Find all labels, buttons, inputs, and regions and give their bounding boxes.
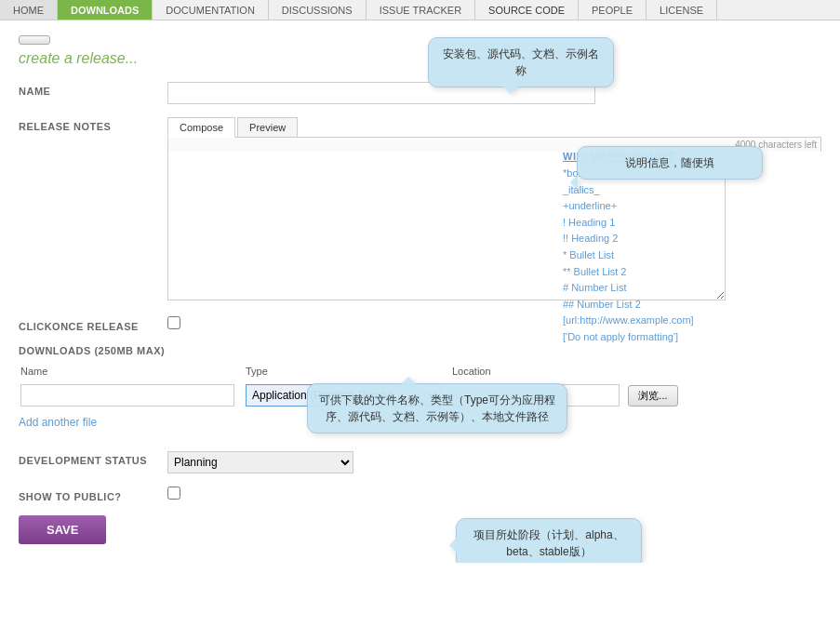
dev-status-label: DEVELOPMENT STATUS [19,451,167,466]
wiki-noformat: ['Do not apply formatting'] [563,329,786,346]
file-name-input[interactable] [20,384,234,407]
nav-documentation[interactable]: DOCUMENTATION [153,0,269,20]
notes-tabs: Compose Preview [167,117,821,138]
wiki-number2: ## Number List 2 [563,297,786,313]
wiki-bullet: * Bullet List [563,247,786,264]
nav-license[interactable]: LICENSE [647,0,717,20]
wiki-italics: _italics_ [563,182,786,199]
wiki-url: [url:http://www.example.com] [563,313,786,329]
col-type-header: Type [246,366,450,380]
col-name-header: Name [20,366,244,380]
browse-button[interactable]: 浏览... [628,385,677,407]
show-public-row: SHOW TO PUBLIC? [19,487,821,502]
nav-bar: HOME DOWNLOADS DOCUMENTATION DISCUSSIONS… [0,0,840,20]
wiki-number: # Number List [563,280,786,297]
name-row: NAME [19,82,821,104]
name-label: NAME [19,82,167,97]
nav-people[interactable]: PEOPLE [579,0,647,20]
nav-home[interactable]: HOME [0,0,58,20]
nav-issue-tracker[interactable]: ISSUE TRACKER [367,0,475,20]
add-file-link[interactable]: Add another file [19,416,97,429]
nav-source-code[interactable]: SOURCE CODE [475,0,579,20]
page-title: create a release... [19,50,821,67]
wiki-h2: !! Heading 2 [563,231,786,247]
show-public-checkbox[interactable] [167,487,180,500]
col-location-header: Location [452,366,820,380]
wiki-underline: +underline+ [563,198,786,215]
upload-button[interactable] [19,35,50,45]
dev-status-row: DEVELOPMENT STATUS Planning [19,451,821,473]
clickonce-label: CLICKONCE RELEASE [19,317,167,332]
wiki-h1: ! Heading 1 [563,215,786,232]
save-button[interactable]: SAVE [19,515,106,544]
show-public-control-wrap [167,487,821,502]
clickonce-checkbox[interactable] [167,316,180,329]
dev-status-control-wrap: Planning [167,451,821,473]
dev-status-select[interactable]: Planning [167,451,353,473]
show-public-label: SHOW TO PUBLIC? [19,487,167,502]
nav-downloads[interactable]: DOWNLOADS [58,0,153,20]
release-notes-label: RELEASE NOTES [19,117,167,132]
nav-discussions[interactable]: DISCUSSIONS [269,0,367,20]
main-content: create a release... NAME RELEASE NOTES C… [0,20,840,563]
wiki-bullet2: ** Bullet List 2 [563,264,786,281]
tooltip-devstatus: 项目所处阶段（计划、alpha、beta、stable版） [456,518,642,563]
tooltip-downloads: 可供下载的文件名称、类型（Type可分为应用程序、源代码、文档、示例等）、本地文… [307,383,567,433]
tooltip-notes: 说明信息，随便填 [577,146,763,180]
wiki-guide: WIKI MARKUP GUIDE *bold* _italics_ +unde… [563,151,786,346]
tab-preview[interactable]: Preview [237,117,298,137]
tab-compose[interactable]: Compose [167,117,235,138]
tooltip-name: 安装包、源代码、文档、示例名称 [428,37,614,87]
downloads-header: DOWNLOADS (250MB MAX) [19,345,821,356]
